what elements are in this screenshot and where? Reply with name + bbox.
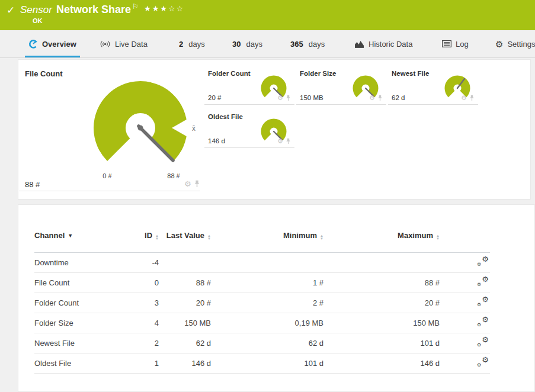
- column-header-id[interactable]: ID▲▼: [123, 225, 159, 252]
- column-header-channel[interactable]: Channel▼: [34, 225, 123, 252]
- tab-unit: days: [246, 40, 262, 49]
- tab-30-days[interactable]: 30 days: [232, 30, 262, 57]
- column-header-last-value[interactable]: Last Value▲▼: [159, 225, 211, 252]
- sort-desc-icon: ▼: [68, 233, 73, 239]
- cell-maximum: 88 #: [323, 272, 440, 293]
- sort-icon: ▲▼: [320, 234, 323, 240]
- channel-table: Channel▼ ID▲▼ Last Value▲▼ Minimum▲▼ Max…: [34, 225, 490, 374]
- edit-channel-gears-icon[interactable]: ⚙⚙: [477, 297, 489, 307]
- column-label: Minimum: [283, 231, 317, 240]
- cell-id: -4: [123, 252, 159, 272]
- gear-icon[interactable]: ⚙: [369, 95, 375, 101]
- cell-maximum: 101 d: [323, 333, 440, 353]
- tab-2-days[interactable]: 2 days: [179, 30, 205, 57]
- table-row: Newest File 2 62 d 62 d 101 d ⚙⚙: [34, 333, 490, 353]
- tab-365-days[interactable]: 365 days: [290, 30, 325, 57]
- table-row: Oldest File 1 146 d 101 d 146 d ⚙⚙: [34, 353, 490, 373]
- edit-channel-gears-icon[interactable]: ⚙⚙: [477, 317, 489, 327]
- table-header-row: Channel▼ ID▲▼ Last Value▲▼ Minimum▲▼ Max…: [34, 225, 490, 252]
- cell-last-value: 62 d: [159, 333, 211, 353]
- gauge-label-oldest-file: Oldest File: [208, 113, 243, 120]
- pin-icon[interactable]: [377, 95, 383, 101]
- tab-log[interactable]: Log: [442, 30, 469, 57]
- cell-minimum: 2 #: [211, 293, 323, 313]
- sort-icon: ▲▼: [155, 234, 159, 240]
- tab-settings[interactable]: ⚙ Settings: [495, 30, 535, 57]
- sensor-title: Network Share: [56, 4, 131, 16]
- table-row: Folder Size 4 150 MB 0,19 MB 150 MB ⚙⚙: [34, 313, 490, 333]
- cell-channel: File Count: [34, 272, 123, 293]
- log-list-icon: [442, 40, 451, 47]
- gauge-label-newest-file: Newest File: [392, 70, 429, 77]
- gauge-max-label: 88 #: [161, 172, 187, 179]
- column-header-minimum[interactable]: Minimum▲▼: [211, 225, 323, 252]
- edit-channel-gears-icon[interactable]: ⚙⚙: [477, 277, 489, 287]
- tab-label: Historic Data: [369, 40, 412, 49]
- column-label: Channel: [34, 231, 65, 240]
- tab-label: Log: [456, 40, 469, 49]
- tab-unit: days: [188, 40, 204, 49]
- column-header-maximum[interactable]: Maximum▲▼: [323, 225, 440, 252]
- gauge-actions: ⚙: [277, 138, 291, 144]
- status-ok-check-icon: ✓: [7, 4, 15, 17]
- tab-number: 365: [290, 40, 303, 49]
- sensor-status-header: ✓ Sensor Network Share ⚐ ★★★☆☆ OK: [0, 0, 535, 30]
- gauge-actions: ⚙: [369, 95, 383, 101]
- cell-last-value: 20 #: [159, 293, 211, 313]
- cell-channel: Folder Count: [34, 293, 123, 313]
- pin-icon[interactable]: [194, 180, 200, 188]
- pin-icon[interactable]: [286, 95, 291, 101]
- table-row: Downtime -4 ⚙⚙: [34, 252, 490, 272]
- gauge-value-folder-size: 150 MB: [300, 94, 323, 101]
- gear-icon[interactable]: ⚙: [461, 95, 467, 101]
- gauge-value-file-count: 88 #: [25, 180, 40, 189]
- gauge-label-folder-count: Folder Count: [208, 70, 251, 77]
- cell-id: 2: [123, 333, 159, 353]
- gear-icon[interactable]: ⚙: [184, 180, 191, 188]
- gear-icon: ⚙: [495, 40, 503, 49]
- cell-divider: [204, 147, 294, 148]
- cell-id: 1: [123, 353, 159, 373]
- tab-label: Settings: [507, 40, 535, 49]
- edit-channel-gears-icon[interactable]: ⚙⚙: [477, 256, 489, 266]
- column-label: Last Value: [166, 231, 204, 240]
- cell-maximum: [323, 252, 440, 272]
- tab-historic-data[interactable]: Historic Data: [354, 30, 412, 57]
- tab-bar: Overview Live Data 2 days 30 days 365 da…: [0, 30, 535, 58]
- priority-stars[interactable]: ★★★☆☆: [144, 4, 184, 13]
- cell-minimum: 62 d: [211, 333, 323, 353]
- tab-overview[interactable]: Overview: [28, 30, 76, 57]
- cell-id: 4: [123, 313, 159, 333]
- pin-icon[interactable]: [286, 138, 291, 144]
- gauge-value-oldest-file: 146 d: [208, 137, 225, 144]
- edit-channel-gears-icon[interactable]: ⚙⚙: [477, 357, 489, 367]
- tab-label: Overview: [42, 40, 76, 49]
- cell-last-value: 88 #: [159, 272, 211, 293]
- cell-id: 3: [123, 293, 159, 313]
- cell-last-value: 150 MB: [159, 313, 211, 333]
- gauge-min-label: 0 #: [94, 172, 120, 179]
- flag-icon[interactable]: ⚐: [132, 2, 139, 11]
- tab-number: 30: [232, 40, 241, 49]
- sort-icon: ▲▼: [207, 234, 211, 240]
- gauge-value-newest-file: 62 d: [392, 94, 405, 101]
- cell-minimum: 0,19 MB: [211, 313, 323, 333]
- cell-divider: [19, 191, 200, 191]
- edit-channel-gears-icon[interactable]: ⚙⚙: [477, 337, 489, 347]
- cell-maximum: 20 #: [323, 293, 440, 313]
- column-header-edit: [440, 225, 490, 252]
- cell-channel: Folder Size: [34, 313, 123, 333]
- gauge-actions: ⚙: [184, 180, 200, 188]
- cell-divider: [296, 104, 386, 105]
- gauge-actions: ⚙: [461, 95, 475, 101]
- live-signal-icon: [100, 40, 111, 48]
- pin-icon[interactable]: [469, 95, 475, 101]
- gauge-actions: ⚙: [277, 95, 291, 101]
- average-marker: x̄: [192, 124, 196, 133]
- column-label: ID: [145, 231, 152, 240]
- table-row: File Count 0 88 # 1 # 88 # ⚙⚙: [34, 272, 490, 293]
- gear-icon[interactable]: ⚙: [277, 138, 283, 144]
- tab-live-data[interactable]: Live Data: [100, 30, 148, 57]
- gear-icon[interactable]: ⚙: [277, 95, 283, 101]
- prtg-sensor-page: ✓ Sensor Network Share ⚐ ★★★☆☆ OK Overvi…: [0, 0, 535, 392]
